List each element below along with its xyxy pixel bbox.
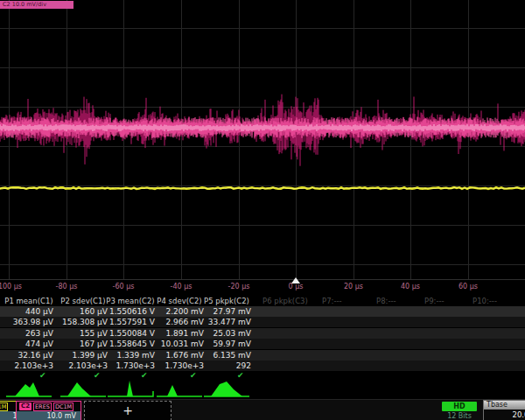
measure-cell: 25.03 mV	[202, 328, 251, 339]
waveform-canvas	[0, 0, 525, 279]
measure-header[interactable]: P5 pkpk(C2)	[202, 297, 251, 305]
time-tick-label: 60 µs	[458, 283, 478, 290]
measure-header[interactable]: P3 mean(C2)	[106, 297, 155, 305]
measure-cell: 1.339 mV	[106, 350, 155, 360]
measure-header-inactive[interactable]: P7:---	[322, 297, 374, 305]
measure-header[interactable]: P4 sdev(C2)	[155, 297, 204, 305]
measure-cell: 33.477 mV	[202, 317, 251, 327]
measure-cell: 160 µV	[59, 306, 108, 317]
add-trace-button[interactable]: +	[84, 401, 172, 420]
adc-bits-label: 12 Bits	[442, 412, 477, 420]
time-tick-label: -80 µs	[56, 283, 78, 290]
oscilloscope-screen: C2 10.0 mV/div -100 µs-80 µs-60 µs-40 µs…	[0, 0, 525, 420]
descriptor-bar: C1 DC1M 10.0 mV C2 ERES DC1M 10.0 mV + H…	[0, 399, 525, 420]
measure-cell: 1.550084 V	[106, 328, 155, 339]
histicon-strip	[0, 379, 525, 399]
measure-cell: 158.308 µV	[59, 317, 108, 327]
c2-channel-badge: C2	[19, 402, 32, 410]
measure-row-mean: 363.98 µV158.308 µV1.557591 V2.966 mV33.…	[0, 317, 525, 327]
measure-row-min: 263 µV155 µV1.550084 V1.891 mV25.03 mV	[0, 328, 525, 339]
measure-header-inactive[interactable]: P10:---	[472, 297, 525, 305]
measure-header[interactable]: P2 sdev(C1)	[59, 297, 108, 305]
time-tick-label: -40 µs	[171, 283, 192, 290]
measure-header[interactable]: P1 mean(C1)	[4, 297, 53, 305]
c2-trace-badge: C2 10.0 mV/div	[0, 1, 74, 9]
c2-coupling-flag: DC1M	[53, 402, 74, 411]
measure-cell: 1.399 µV	[59, 350, 108, 360]
measure-cell: 2.966 mV	[155, 317, 204, 327]
measure-cell: 474 µV	[4, 339, 53, 349]
c2-eres-flag: ERES	[33, 402, 52, 411]
measure-row-num: 2.103e+32.103e+31.730e+31.730e+3292	[0, 360, 525, 371]
timebase-title: Tbase	[484, 401, 525, 410]
measure-cell: 1.730e+3	[155, 360, 204, 371]
c1-coupling-flag: DC1M	[0, 402, 8, 411]
measure-cell: 1.730e+3	[106, 360, 155, 371]
measure-cell: 2.103e+3	[4, 360, 53, 371]
histicon-p5	[202, 379, 251, 399]
measure-header-inactive[interactable]: P6 pkpk(C3)	[262, 297, 315, 305]
measure-cell: 59.97 mV	[202, 339, 251, 349]
measure-cell: 363.98 µV	[4, 317, 53, 327]
measure-header-inactive[interactable]: P9:---	[424, 297, 477, 305]
measure-cell: 440 µV	[4, 306, 53, 317]
histicon-p2	[59, 379, 108, 399]
measure-cell: 1.558645 V	[106, 339, 155, 349]
timebase-box[interactable]: Tbase 20.0 µs	[483, 400, 525, 420]
hd-mode-badge[interactable]: HD	[442, 402, 477, 411]
histicon-p3	[106, 379, 155, 399]
waveform-grid: C2 10.0 mV/div	[0, 0, 525, 280]
measure-cell: 2.200 mV	[155, 306, 204, 317]
time-tick-label: -20 µs	[228, 283, 250, 290]
measure-cell: 263 µV	[4, 328, 53, 339]
c2-vdiv-readout: 10.0 mV	[17, 411, 80, 420]
measure-cell: 27.97 mV	[202, 306, 251, 317]
time-tick-label: 20 µs	[344, 283, 363, 290]
measure-cell: 1.550616 V	[106, 306, 155, 317]
time-axis: -100 µs-80 µs-60 µs-40 µs-20 µs0 µs20 µs…	[0, 280, 525, 294]
time-tick-label: -100 µs	[0, 283, 22, 290]
time-tick-label: -60 µs	[113, 283, 135, 290]
measure-cell: 292	[202, 360, 251, 371]
time-tick-label: 40 µs	[401, 283, 420, 290]
timebase-value: 20.0 µs	[484, 410, 525, 420]
trigger-position-marker[interactable]	[291, 277, 300, 284]
measure-cell: 167 µV	[59, 339, 108, 349]
measure-cell: 1.676 mV	[155, 350, 204, 360]
measure-cell: 32.16 µV	[4, 350, 53, 360]
measure-cell: 1.891 mV	[155, 328, 204, 339]
measure-cell: 6.135 mV	[202, 350, 251, 360]
time-tick-label: 0 µs	[289, 283, 304, 290]
measure-cell: 10.031 mV	[155, 339, 204, 349]
histicon-p4	[155, 379, 204, 399]
measure-row-value: 440 µV160 µV1.550616 V2.200 mV27.97 mV	[0, 306, 525, 317]
measure-header-inactive[interactable]: P8:---	[376, 297, 429, 305]
histicon-p1	[4, 379, 53, 399]
measure-cell: 155 µV	[59, 328, 108, 339]
measurement-table: P1 mean(C1)P2 sdev(C1)P3 mean(C2)P4 sdev…	[0, 295, 525, 379]
measure-row-sdev: 32.16 µV1.399 µV1.339 mV1.676 mV6.135 mV	[0, 350, 525, 360]
measure-row-max: 474 µV167 µV1.558645 V10.031 mV59.97 mV	[0, 339, 525, 349]
measure-cell: 2.103e+3	[59, 360, 108, 371]
c2-descriptor-box[interactable]: C2 ERES DC1M 10.0 mV	[16, 401, 81, 420]
measure-cell: 1.557591 V	[106, 317, 155, 327]
